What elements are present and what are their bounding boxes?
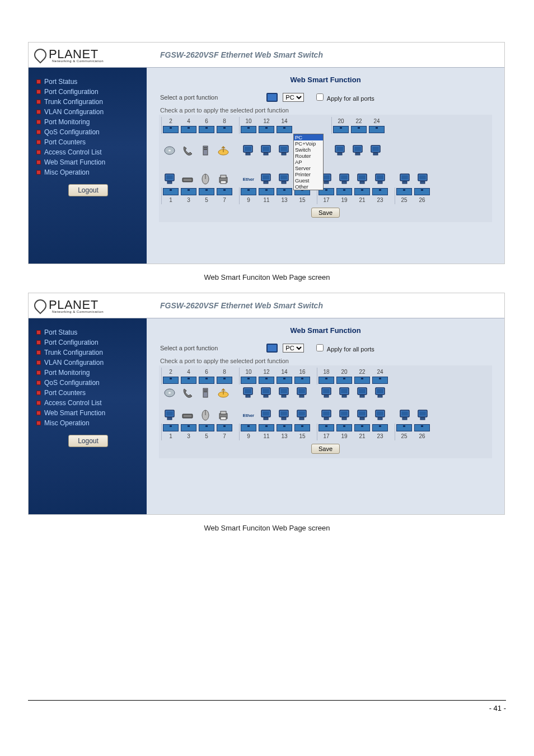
port-16-jack[interactable] bbox=[294, 377, 310, 384]
nav-port-monitoring[interactable]: Port Monitoring bbox=[36, 118, 140, 126]
nav-port-status[interactable]: Port Status bbox=[36, 78, 140, 86]
port-11-jack[interactable] bbox=[259, 188, 274, 195]
nav-port-monitoring[interactable]: Port Monitoring bbox=[36, 369, 140, 377]
port-12-jack[interactable] bbox=[259, 126, 274, 133]
port-function-dropdown-open[interactable]: PC PC+Voip Switch Router AP Server Print… bbox=[293, 134, 324, 190]
port-3-jack[interactable] bbox=[181, 424, 196, 431]
nav-acl[interactable]: Access Control List bbox=[36, 399, 140, 407]
nav-port-counters[interactable]: Port Counters bbox=[36, 138, 140, 146]
cd-icon bbox=[161, 384, 179, 401]
port-13-jack[interactable] bbox=[277, 188, 292, 195]
pc-icon bbox=[257, 142, 275, 159]
port-7-jack[interactable] bbox=[217, 188, 232, 195]
port-25-jack[interactable] bbox=[396, 424, 412, 431]
apply-all-ports-checkbox[interactable]: Apply for all ports bbox=[314, 342, 374, 353]
port-1-jack[interactable] bbox=[163, 424, 179, 431]
pc-icon bbox=[240, 384, 257, 401]
port-10-jack[interactable] bbox=[241, 377, 256, 384]
port-22-jack[interactable] bbox=[354, 377, 370, 384]
pc-icon bbox=[331, 142, 349, 159]
port-18-jack[interactable] bbox=[318, 377, 334, 384]
port-10-jack[interactable] bbox=[241, 126, 256, 133]
port-9-jack[interactable] bbox=[241, 424, 256, 431]
nav-web-smart-function[interactable]: Web Smart Function bbox=[36, 158, 140, 166]
port-5-jack[interactable] bbox=[199, 188, 214, 195]
port-12-jack[interactable] bbox=[259, 377, 274, 384]
port-17-jack[interactable] bbox=[318, 424, 334, 431]
port-15-jack[interactable] bbox=[294, 424, 310, 431]
port-7-jack[interactable] bbox=[217, 424, 232, 431]
nav-port-config[interactable]: Port Configuration bbox=[36, 339, 140, 346]
port-11-jack[interactable] bbox=[259, 424, 274, 431]
pc-icon bbox=[275, 171, 293, 187]
port-9-jack[interactable] bbox=[241, 188, 256, 195]
port-6-jack[interactable] bbox=[199, 377, 214, 384]
nav-misc-operation[interactable]: Misc Operation bbox=[36, 419, 140, 427]
nav-qos-config[interactable]: QoS Configuration bbox=[36, 379, 140, 387]
port-14-jack[interactable] bbox=[277, 377, 292, 384]
port-19-jack[interactable] bbox=[336, 424, 352, 431]
kb-icon bbox=[179, 171, 197, 187]
port-19-jack[interactable] bbox=[336, 188, 352, 195]
port-14-jack[interactable] bbox=[277, 126, 292, 133]
port-26-jack[interactable] bbox=[414, 424, 430, 431]
nav-trunk-config[interactable]: Trunk Configuration bbox=[36, 98, 140, 106]
pc-icon bbox=[349, 142, 367, 159]
port-2-jack[interactable] bbox=[163, 126, 179, 133]
port-2-jack[interactable] bbox=[163, 377, 179, 384]
nav-port-counters[interactable]: Port Counters bbox=[36, 389, 140, 397]
port-6-jack[interactable] bbox=[199, 126, 214, 133]
port-20-jack[interactable] bbox=[336, 377, 352, 384]
pc-icon bbox=[257, 384, 275, 401]
pc-icon bbox=[354, 384, 372, 401]
tower-icon bbox=[197, 142, 215, 159]
port-23-jack[interactable] bbox=[372, 424, 388, 431]
nav-misc-operation[interactable]: Misc Operation bbox=[36, 168, 140, 176]
port-20-jack[interactable] bbox=[333, 126, 349, 133]
port-8-jack[interactable] bbox=[217, 377, 232, 384]
save-button[interactable]: Save bbox=[311, 444, 340, 454]
port-25-jack[interactable] bbox=[396, 188, 412, 195]
port-22-jack[interactable] bbox=[351, 126, 367, 133]
pc-icon bbox=[354, 171, 372, 187]
port-23-jack[interactable] bbox=[372, 188, 388, 195]
port-4-jack[interactable] bbox=[181, 377, 196, 384]
port-8-jack[interactable] bbox=[217, 126, 232, 133]
port-13-jack[interactable] bbox=[277, 424, 292, 431]
monitor-icon bbox=[266, 92, 278, 102]
pc-icon bbox=[257, 171, 275, 187]
cd-icon bbox=[161, 142, 179, 159]
port-21-jack[interactable] bbox=[354, 424, 370, 431]
nav-vlan-config[interactable]: VLAN Configuration bbox=[36, 108, 140, 116]
printer-icon bbox=[215, 407, 233, 424]
port-1-jack[interactable] bbox=[163, 188, 179, 195]
port-24-jack[interactable] bbox=[369, 126, 385, 133]
port-5-jack[interactable] bbox=[199, 424, 214, 431]
nav-trunk-config[interactable]: Trunk Configuration bbox=[36, 349, 140, 356]
pc-icon bbox=[367, 142, 385, 159]
select-label: Select a port function bbox=[160, 94, 218, 101]
logout-button[interactable]: Logout bbox=[68, 435, 108, 447]
pc-icon bbox=[336, 384, 354, 401]
nav-acl[interactable]: Access Control List bbox=[36, 148, 140, 156]
nav-web-smart-function[interactable]: Web Smart Function bbox=[36, 409, 140, 417]
nav-port-config[interactable]: Port Configuration bbox=[36, 88, 140, 96]
nav-port-status[interactable]: Port Status bbox=[36, 328, 140, 336]
nav-qos-config[interactable]: QoS Configuration bbox=[36, 128, 140, 136]
port-function-select[interactable]: PC bbox=[283, 93, 304, 102]
port-24-jack[interactable] bbox=[372, 377, 388, 384]
port-3-jack[interactable] bbox=[181, 188, 196, 195]
figure-caption-2: Web Smart Funciton Web Page screen bbox=[28, 524, 506, 532]
pc-icon bbox=[354, 407, 372, 424]
apply-all-ports-checkbox[interactable]: Apply for all ports bbox=[314, 92, 374, 102]
port-4-jack[interactable] bbox=[181, 126, 196, 133]
save-button[interactable]: Save bbox=[311, 208, 340, 218]
pc-icon bbox=[275, 407, 293, 424]
select-label: Select a port function bbox=[160, 345, 218, 351]
nav-vlan-config[interactable]: VLAN Configuration bbox=[36, 359, 140, 367]
port-function-select[interactable]: PC bbox=[283, 344, 304, 353]
pc-icon bbox=[293, 384, 311, 401]
port-26-jack[interactable] bbox=[414, 188, 430, 195]
port-21-jack[interactable] bbox=[354, 188, 370, 195]
logout-button[interactable]: Logout bbox=[68, 184, 108, 196]
